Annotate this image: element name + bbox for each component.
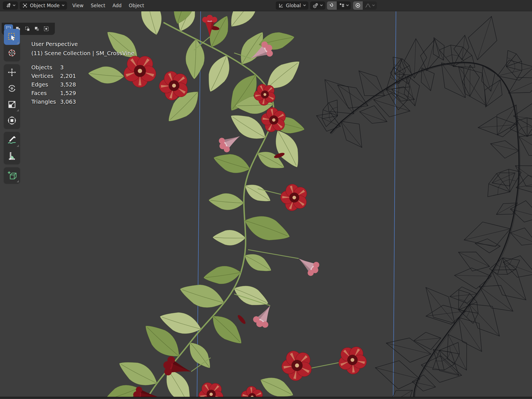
transform-orientation-axes-icon — [278, 3, 284, 8]
blender-window: Object Mode View Select Add Object Globa… — [0, 0, 532, 399]
annotate-tool-button[interactable] — [4, 132, 20, 148]
scale-icon — [7, 99, 17, 109]
snap-group — [327, 1, 351, 10]
proportional-editing-icon — [355, 2, 361, 8]
select-box-tool-button[interactable] — [4, 29, 20, 45]
toolbar-group-add — [4, 167, 20, 183]
select-subtract-icon — [24, 26, 30, 32]
falloff-curve-icon — [365, 3, 371, 8]
falloff-dropdown[interactable] — [363, 1, 377, 10]
select-box-icon — [7, 32, 17, 42]
menu-object[interactable]: Object — [125, 1, 148, 10]
measure-tool-button[interactable] — [4, 148, 20, 164]
subtool-indicator — [17, 109, 19, 111]
annotate-pencil-icon — [7, 135, 17, 145]
chevron-down-icon — [303, 4, 306, 6]
proportional-editing-toggle[interactable] — [353, 1, 363, 10]
subtool-indicator — [17, 145, 19, 147]
transform-icon — [7, 116, 17, 126]
add-cube-icon — [7, 170, 17, 180]
subtool-indicator — [17, 180, 19, 182]
select-subtract-button[interactable] — [23, 24, 32, 33]
orientation-label: Global — [286, 3, 301, 8]
viewport-3d: User Perspective (11) Scene Collection |… — [0, 11, 532, 399]
window-bottom-edge — [0, 397, 532, 399]
subtool-indicator — [17, 42, 19, 44]
rotate-icon — [7, 83, 17, 93]
cursor-tool-button[interactable] — [4, 45, 20, 61]
toolbar-group-select — [4, 29, 20, 61]
transform-tool-button[interactable] — [4, 112, 20, 129]
menu-view[interactable]: View — [69, 1, 87, 10]
snap-increment-grid-icon — [339, 2, 345, 9]
select-intersect-icon — [43, 26, 49, 32]
chevron-down-icon — [62, 4, 65, 6]
orientation-dropdown[interactable]: Global — [276, 1, 308, 10]
rotate-tool-button[interactable] — [4, 80, 20, 96]
pivot-point-dropdown[interactable] — [310, 1, 325, 10]
pivot-point-icon — [313, 2, 319, 9]
viewport-header: Object Mode View Select Add Object Globa… — [0, 0, 532, 11]
select-invert-icon — [34, 26, 40, 32]
menu-add[interactable]: Add — [109, 1, 125, 10]
scale-tool-button[interactable] — [4, 96, 20, 112]
chevron-down-icon — [346, 4, 349, 6]
mode-label: Object Mode — [30, 3, 60, 8]
chevron-down-icon — [372, 4, 375, 6]
chevron-down-icon — [320, 4, 323, 6]
toolbar-group-annotate — [4, 132, 20, 164]
add-cube-tool-button[interactable] — [4, 167, 20, 183]
move-icon — [7, 67, 17, 77]
scene-canvas[interactable] — [0, 11, 532, 399]
snap-magnet-icon — [329, 2, 335, 8]
measure-icon — [7, 151, 17, 161]
crossvine-wireframe — [312, 11, 532, 399]
editor-type-button[interactable] — [3, 1, 18, 10]
move-tool-button[interactable] — [4, 64, 20, 80]
snap-toggle[interactable] — [327, 1, 337, 10]
viewport-editor-type-icon — [5, 2, 11, 9]
proportional-group — [353, 1, 377, 10]
object-mode-icon — [22, 3, 28, 8]
snap-target-dropdown[interactable] — [337, 1, 351, 10]
select-intersect-button[interactable] — [42, 24, 51, 33]
select-invert-button[interactable] — [32, 24, 41, 33]
cursor-3d-icon — [7, 48, 17, 58]
menu-select[interactable]: Select — [87, 1, 109, 10]
toolbar — [4, 29, 20, 187]
chevron-down-icon — [13, 4, 16, 6]
toolbar-group-transform — [4, 64, 20, 129]
mode-select-dropdown[interactable]: Object Mode — [20, 1, 67, 10]
crossvine-rendered — [88, 11, 368, 399]
